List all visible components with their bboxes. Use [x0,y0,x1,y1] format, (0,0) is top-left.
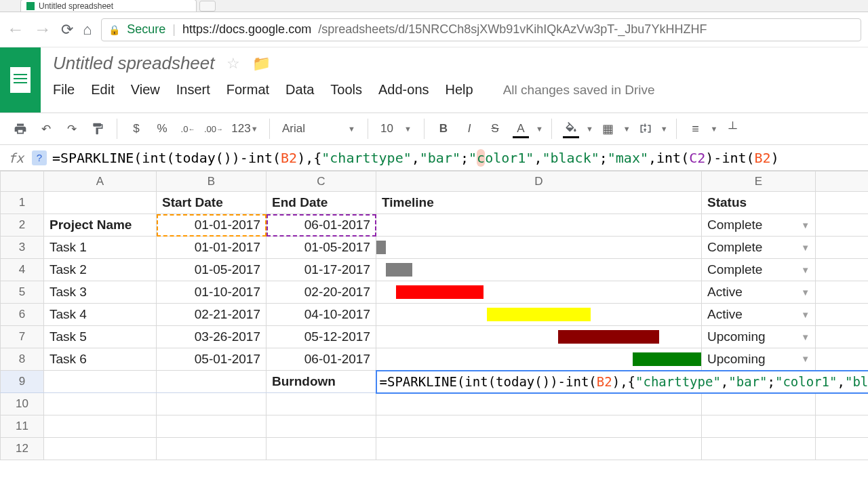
fill-color-button[interactable] [560,118,582,140]
cell[interactable]: Start Date [157,192,267,214]
cell[interactable]: 03-26-2017 [157,326,267,348]
dropdown-caret-icon[interactable]: ▼ [801,287,810,298]
cell[interactable] [44,438,157,460]
cell[interactable]: 01-17-2017 [267,259,376,281]
menu-view[interactable]: View [131,82,160,98]
cell[interactable] [816,326,869,348]
home-button[interactable]: ⌂ [83,21,92,39]
paint-format-button[interactable] [87,118,108,140]
decrease-decimal-button[interactable]: .0← [177,118,199,140]
menu-insert[interactable]: Insert [176,82,210,98]
menu-tools[interactable]: Tools [330,82,362,98]
row-header[interactable]: 11 [1,415,44,438]
cell[interactable]: 05-01-2017 [157,348,267,371]
borders-caret[interactable]: ▼ [623,125,631,133]
col-header-F[interactable] [816,171,869,192]
folder-icon[interactable]: 📁 [252,55,271,73]
cell[interactable] [702,415,816,438]
cell[interactable]: Status [702,192,816,214]
cell[interactable] [816,304,869,326]
cell[interactable]: End Date [267,192,376,214]
text-color-caret[interactable]: ▼ [536,125,543,133]
cell[interactable]: 02-20-2017 [267,281,376,304]
new-tab-button[interactable] [199,1,216,12]
cell[interactable] [816,214,869,237]
vertical-align-button[interactable]: ┴ [722,118,743,140]
fill-color-caret[interactable]: ▼ [586,125,593,133]
cell[interactable] [267,393,376,415]
menu-data[interactable]: Data [285,82,314,98]
cell[interactable]: Task 1 [44,237,157,259]
col-header-A[interactable]: A [44,171,157,192]
merge-caret[interactable]: ▼ [660,125,668,133]
row-header[interactable]: 4 [1,259,44,281]
cell[interactable] [702,438,816,460]
align-caret[interactable]: ▼ [711,125,718,133]
dropdown-caret-icon[interactable]: ▼ [801,243,810,253]
timeline-cell[interactable] [376,304,702,326]
cell[interactable] [816,192,869,214]
cell[interactable]: Task 3 [44,281,157,304]
menu-edit[interactable]: Edit [91,82,114,98]
font-size-dropdown[interactable]: 10▼ [376,118,416,140]
back-button[interactable]: ← [7,19,24,40]
text-color-button[interactable]: A [510,118,532,140]
status-cell[interactable]: Complete▼ [702,237,816,259]
select-all-corner[interactable] [1,171,44,192]
cell[interactable] [376,438,702,460]
cell[interactable]: Timeline [376,192,702,214]
cell[interactable] [816,259,869,281]
cell[interactable] [267,438,376,460]
currency-button[interactable]: $ [125,118,147,140]
status-cell[interactable]: Complete▼ [702,259,816,281]
formula-text[interactable]: =SPARKLINE(int(today())-int(B2),{"chartt… [52,150,779,166]
cell[interactable]: 02-21-2017 [157,304,267,326]
menu-format[interactable]: Format [226,82,269,98]
font-family-dropdown[interactable]: Arial▼ [278,118,359,140]
timeline-cell[interactable] [376,259,702,281]
dropdown-caret-icon[interactable]: ▼ [801,265,810,275]
status-cell[interactable]: Upcoming▼ [702,348,816,371]
percent-button[interactable]: % [151,118,173,140]
cell[interactable]: 06-01-2017 [267,214,376,237]
row-header[interactable]: 8 [1,348,44,371]
cell[interactable] [816,438,869,460]
row-header[interactable]: 9 [1,371,44,393]
merge-cells-button[interactable] [635,118,656,140]
address-bar[interactable]: 🔒 Secure | https://docs.google.com/sprea… [101,18,861,41]
star-icon[interactable]: ☆ [226,55,240,73]
row-header[interactable]: 2 [1,214,44,237]
row-header[interactable]: 12 [1,438,44,460]
row-header[interactable]: 7 [1,326,44,348]
bold-button[interactable]: B [433,118,454,140]
cell[interactable] [816,348,869,371]
row-header[interactable]: 6 [1,304,44,326]
dropdown-caret-icon[interactable]: ▼ [801,220,810,230]
editing-cell[interactable]: =SPARKLINE(int(today())-int(B2),{"chartt… [376,371,869,393]
timeline-cell[interactable] [376,348,702,371]
increase-decimal-button[interactable]: .00→ [203,118,224,140]
cell[interactable] [376,415,702,438]
col-header-C[interactable]: C [267,171,376,192]
status-cell[interactable]: Upcoming▼ [702,326,816,348]
browser-tab[interactable]: Untitled spreadsheet [20,0,197,12]
reload-button[interactable]: ⟳ [61,21,73,39]
cell[interactable]: 01-01-2017 [157,214,267,237]
row-header[interactable]: 10 [1,393,44,415]
cell[interactable] [702,393,816,415]
cell[interactable] [376,393,702,415]
cell[interactable]: Task 6 [44,348,157,371]
row-header[interactable]: 3 [1,237,44,259]
menu-file[interactable]: File [53,82,75,98]
cell[interactable] [157,371,267,393]
strikethrough-button[interactable]: S [484,118,506,140]
cell[interactable] [44,192,157,214]
formula-bar[interactable]: fx ? =SPARKLINE(int(today())-int(B2),{"c… [0,145,868,171]
cell[interactable]: 05-12-2017 [267,326,376,348]
cell[interactable] [816,415,869,438]
cell[interactable] [44,393,157,415]
cell[interactable]: Task 2 [44,259,157,281]
print-button[interactable] [9,118,31,140]
cell[interactable]: 06-01-2017 [267,348,376,371]
horizontal-align-button[interactable]: ≡ [685,118,707,140]
